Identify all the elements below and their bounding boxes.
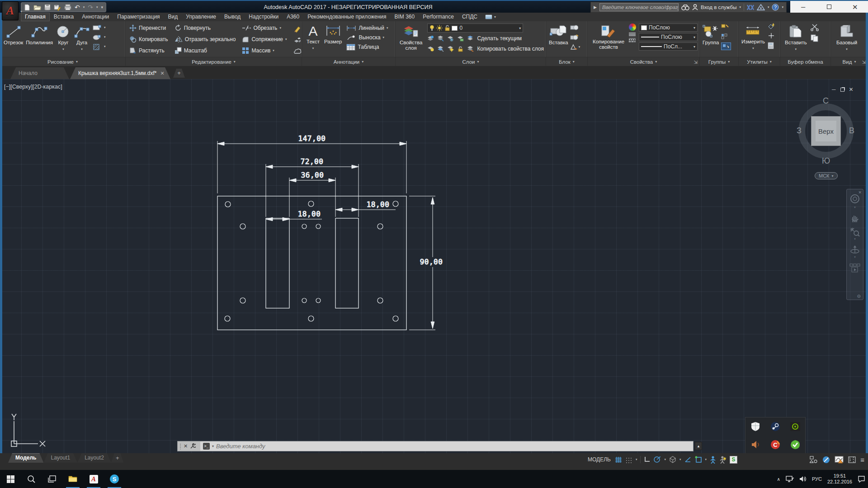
copy-clip-icon[interactable] [811, 34, 819, 42]
linetype-select[interactable]: ПоСлою▾ [639, 33, 698, 41]
viewcube-top-face[interactable]: Верх [811, 116, 841, 146]
drawing-area[interactable]: [−][Сверху][2D-каркас] ─ ✕ [0, 79, 868, 453]
volume-icon[interactable] [751, 441, 760, 449]
viewcube-north[interactable]: С [823, 96, 829, 106]
isodraft-icon[interactable] [669, 456, 676, 463]
group-button[interactable]: Группа [703, 22, 719, 50]
panel-label-annotation[interactable]: Аннотации▾ [302, 57, 395, 66]
tab-featured-apps[interactable]: Рекомендованные приложения [303, 13, 390, 21]
command-input[interactable]: >_ ▾ Введите команду [200, 441, 693, 451]
customization-menu-icon[interactable]: ≡ [860, 456, 864, 464]
otrack-icon[interactable] [684, 456, 692, 463]
zoom-icon[interactable] [847, 227, 863, 236]
a360-icon[interactable] [757, 4, 765, 10]
qat-customize-icon[interactable]: ▾ [101, 5, 104, 9]
snap-toggle-icon[interactable] [625, 456, 632, 463]
application-menu-button[interactable]: A▾ [2, 1, 19, 20]
layer-select[interactable]: 0 ▾ [427, 23, 523, 33]
annotation-monitor-icon[interactable] [835, 456, 844, 464]
copy-layer-props-button[interactable]: Копировать свойства слоя [427, 44, 544, 53]
redo-dropdown-icon[interactable]: ▾ [96, 5, 98, 9]
rotate-button[interactable]: Повернуть [175, 22, 236, 33]
base-view-button[interactable]: Базовый▾ [836, 22, 857, 52]
tab-addins[interactable]: Надстройки [245, 13, 283, 21]
panel-label-clipboard[interactable]: Буфер обмена [780, 57, 830, 66]
fillet-button[interactable]: Сопряжение▾ [242, 33, 287, 45]
point-icon[interactable] [767, 33, 775, 41]
insert-block-button[interactable]: Вставка [549, 22, 568, 50]
line-button[interactable]: Отрезок [4, 22, 23, 52]
steam-icon[interactable] [770, 422, 780, 432]
close-button[interactable]: ✕ [849, 3, 861, 11]
group-selection-toggle[interactable] [721, 42, 731, 50]
search-binoculars-icon[interactable] [681, 4, 689, 10]
file-tab-close-icon[interactable]: ✕ [160, 70, 165, 76]
defender-shield-icon[interactable] [751, 422, 760, 432]
measure-button[interactable]: Измерить▾ [741, 22, 765, 51]
viewcube-ucs-menu[interactable]: МСК▾ [815, 172, 838, 179]
panel-label-properties[interactable]: Свойства▾⇲ [588, 57, 699, 66]
text-button[interactable]: A Текст▾ [307, 22, 320, 51]
explode-button[interactable] [293, 34, 302, 46]
layer-properties-button[interactable]: Свойства слоя [398, 22, 424, 53]
maximize-button[interactable] [823, 3, 835, 11]
speaker-icon[interactable] [799, 476, 807, 482]
keyboard-language[interactable]: РУС [812, 476, 822, 482]
array-button[interactable]: Массив▾ [242, 45, 287, 56]
file-tab-active[interactable]: Крышка верхняя3шт.1,5мм.dxf* ✕ [70, 67, 170, 79]
block-attributes-icon[interactable] [570, 44, 578, 50]
lineweight-select[interactable]: ПоСл...▾ [639, 42, 698, 51]
tray-expand-icon[interactable]: ∧ [777, 477, 780, 482]
ortho-toggle-icon[interactable] [644, 456, 650, 463]
viewcube-west[interactable]: З [797, 126, 802, 136]
antivirus-check-icon[interactable] [790, 440, 800, 450]
command-line-grip[interactable]: ✕ [178, 441, 200, 451]
undo-icon[interactable]: ↶ [75, 4, 80, 10]
isodraft-dropdown-icon[interactable]: ▾ [679, 458, 681, 461]
tab-annotate[interactable]: Аннотации [78, 13, 113, 21]
network-icon[interactable] [786, 476, 794, 482]
nvidia-icon[interactable] [790, 422, 800, 431]
spds-status-icon[interactable]: S [730, 456, 737, 464]
action-center-icon[interactable] [858, 476, 865, 483]
infocenter-collapse-icon[interactable]: ▶ [594, 5, 597, 9]
grid-toggle-icon[interactable] [615, 456, 622, 463]
group-edit-icon[interactable] [721, 33, 729, 41]
sign-in-dropdown-icon[interactable]: ▾ [739, 5, 741, 9]
panel-label-groups[interactable]: Группы▾ [700, 57, 738, 66]
task-view-button[interactable] [42, 470, 62, 488]
command-line[interactable]: ✕ >_ ▾ Введите команду [177, 441, 693, 451]
user-icon[interactable] [692, 4, 698, 10]
isolate-objects-icon[interactable] [822, 456, 830, 464]
snap-dropdown-icon[interactable]: ▾ [636, 458, 637, 461]
new-layout-button[interactable]: + [111, 453, 124, 463]
tab-view[interactable]: Вид [164, 13, 182, 21]
arc-button[interactable]: Дуга▾ [74, 22, 90, 52]
panel-label-modify[interactable]: Редактирование▾ [126, 57, 302, 66]
panel-label-utilities[interactable]: Утилиты▾ [739, 57, 780, 66]
tab-spds[interactable]: СПДС [458, 13, 481, 21]
help-dropdown-icon[interactable]: ▾ [782, 5, 783, 9]
navigation-wheel-icon[interactable] [847, 194, 863, 204]
panel-label-draw[interactable]: Рисование▾ [0, 57, 125, 66]
model-tab[interactable]: Модель [8, 453, 43, 463]
navbar-collapse-icon[interactable]: ⊖ [857, 294, 861, 299]
navigation-bar[interactable]: ✕ ▾ ▾ ▾ ⊖ [846, 189, 863, 300]
autoscale-icon[interactable] [719, 456, 726, 464]
scale-button[interactable]: Масштаб [175, 45, 236, 56]
color-select[interactable]: ПоСлою▾ [639, 23, 698, 32]
taskbar-search-button[interactable] [21, 470, 42, 488]
leader-button[interactable]: Выноска▾ [346, 33, 388, 42]
tab-manage[interactable]: Управление [182, 13, 220, 21]
ribbon-display-toggle[interactable]: ▾ [481, 13, 500, 21]
linear-dimension-button[interactable]: Линейный▾ [346, 24, 388, 32]
revision-cloud-button[interactable] [293, 46, 302, 57]
tab-parametric[interactable]: Параметризация [113, 13, 164, 21]
model-space-label[interactable]: МОДЕЛЬ [588, 456, 611, 463]
a360-dropdown-icon[interactable]: ▾ [768, 5, 769, 9]
panel-label-block[interactable]: Блок▾ [546, 57, 587, 66]
command-history-toggle[interactable]: ▴ [695, 442, 702, 450]
file-tab-start[interactable]: Начало [10, 67, 69, 79]
polar-dropdown-icon[interactable]: ▾ [664, 458, 666, 461]
circle-button[interactable]: Круг▾ [56, 22, 71, 52]
